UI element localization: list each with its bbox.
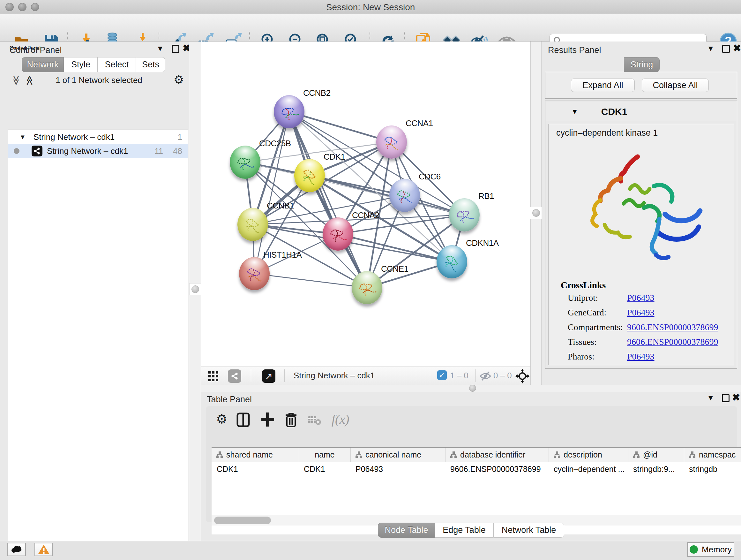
network-edge[interactable]	[289, 112, 392, 142]
network-node-CCNA2[interactable]	[323, 217, 353, 251]
network-node-RB1[interactable]	[449, 198, 480, 232]
column-header-id[interactable]: @id	[628, 448, 684, 462]
crosslink-tissues-link[interactable]: 9606.ENSP00000378699	[627, 337, 718, 347]
table-cell[interactable]: stringdb	[684, 462, 741, 476]
show-columns-icon[interactable]	[237, 413, 250, 428]
bottom-splitter[interactable]	[201, 385, 741, 392]
status-bar: Memory	[0, 541, 741, 560]
table-scrollbar-thumb[interactable]	[214, 516, 271, 524]
collapse-all-icon[interactable]: ≫	[11, 75, 22, 85]
column-header-name[interactable]: name	[299, 448, 350, 462]
grid-view-icon[interactable]	[207, 370, 219, 383]
network-node-CCNB1[interactable]	[238, 208, 268, 241]
tab-node-table[interactable]: Node Table	[378, 523, 435, 538]
tab-edge-table[interactable]: Edge Table	[435, 523, 493, 538]
node-label-CCNB1: CCNB1	[267, 201, 294, 211]
control-panel-float-icon[interactable]	[172, 45, 179, 53]
column-header-canonical-name[interactable]: canonical name	[350, 448, 445, 462]
collapse-all-button[interactable]: Collapse All	[642, 78, 709, 92]
table-cell[interactable]: P06493	[350, 462, 445, 476]
column-header-description[interactable]: description	[549, 448, 628, 462]
network-edge-count: 48	[173, 146, 182, 156]
tab-sets[interactable]: Sets	[136, 57, 165, 72]
right-splitter-handle[interactable]	[530, 207, 542, 219]
warning-icon	[37, 544, 50, 555]
current-network-dot-icon	[14, 148, 19, 154]
expand-all-button[interactable]: Expand All	[571, 78, 635, 92]
protein-thumbnail	[233, 151, 257, 174]
warnings-button[interactable]	[35, 543, 53, 556]
network-node-CDKN1A[interactable]	[436, 245, 467, 278]
table-cell[interactable]: 9606.ENSP00000378699	[445, 462, 549, 476]
table-panel-close-icon[interactable]: ✖	[732, 393, 740, 401]
tab-select[interactable]: Select	[98, 57, 136, 72]
table-cell[interactable]: cyclin–dependent ...	[549, 462, 628, 476]
network-node-CCNE1[interactable]	[352, 271, 382, 304]
table-panel-menu-icon[interactable]: ▼	[707, 393, 715, 402]
network-edge[interactable]	[289, 112, 367, 288]
node-label-CDC25B: CDC25B	[259, 138, 291, 148]
column-header-shared-name[interactable]: shared name	[212, 448, 299, 462]
pan-crosshair-icon[interactable]	[515, 369, 530, 385]
left-splitter-handle[interactable]	[189, 283, 201, 295]
titlebar: Session: New Session	[0, 0, 741, 14]
network-options-gear-icon[interactable]: ⚙	[174, 74, 184, 85]
control-panel-menu-icon[interactable]: ▼	[156, 44, 164, 53]
cloud-status-button[interactable]	[7, 543, 26, 556]
network-collection-row[interactable]: ▼ String Network – cdk1 1	[8, 130, 188, 144]
add-column-icon[interactable]	[261, 412, 275, 428]
tab-network[interactable]: Network	[22, 57, 64, 72]
function-builder-icon[interactable]: f(x)	[332, 412, 349, 427]
network-canvas[interactable]: CCNB2CCNA1CDC25BCDK1CDC6RB1CCNB1CCNA2CDK…	[201, 42, 530, 367]
crosslink-uniprot-link[interactable]: P06493	[627, 293, 655, 303]
delete-table-icon[interactable]	[307, 415, 321, 427]
results-panel-float-icon[interactable]	[722, 45, 730, 53]
network-node-CDC6[interactable]	[389, 179, 420, 212]
crosslink-genecard-link[interactable]: P06493	[627, 307, 655, 318]
protein-thumbnail	[355, 277, 379, 300]
main-toolbar: ?	[0, 14, 741, 42]
results-panel-close-icon[interactable]: ✖	[733, 44, 741, 52]
column-header-database-identifier[interactable]: database identifier	[445, 448, 549, 462]
network-node-HIST1H1A[interactable]	[239, 257, 270, 290]
table-cell[interactable]: CDK1	[299, 462, 350, 476]
tab-string[interactable]: String	[624, 57, 660, 72]
memory-button[interactable]: Memory	[687, 542, 734, 557]
table-options-gear-icon[interactable]: ⚙	[216, 413, 227, 425]
view-title: String Network – cdk1	[293, 371, 375, 381]
network-node-CCNA1[interactable]	[376, 125, 407, 159]
table-tabs: Node Table Edge Table Network Table	[378, 523, 564, 538]
string-view-icon[interactable]	[228, 369, 241, 383]
tab-style[interactable]: Style	[64, 57, 98, 72]
table-cell[interactable]: stringdb:9...	[628, 462, 684, 476]
crosslink-label: Pharos:	[568, 352, 595, 362]
network-edge[interactable]	[254, 273, 367, 288]
entry-collapse-icon[interactable]: ▼	[571, 108, 578, 116]
tree-expand-icon[interactable]: ▼	[19, 133, 26, 141]
expand-all-icon[interactable]: ≫	[23, 75, 35, 85]
right-splitter[interactable]	[530, 42, 542, 385]
hidden-eye-icon[interactable]	[479, 371, 491, 382]
results-panel-title: Results Panel	[548, 45, 601, 55]
node-label-CDC6: CDC6	[419, 172, 441, 182]
crosslink-pharos-link[interactable]: P06493	[627, 352, 655, 362]
column-type-icon	[216, 451, 223, 458]
crosslink-compartments-link[interactable]: 9606.ENSP00000378699	[627, 322, 718, 332]
delete-column-icon[interactable]	[284, 412, 298, 429]
network-node-CDC25B[interactable]	[230, 145, 260, 179]
network-node-CDK1[interactable]	[294, 159, 325, 192]
table-panel-float-icon[interactable]	[722, 394, 730, 402]
left-splitter[interactable]	[189, 42, 201, 541]
bottom-splitter-handle[interactable]	[469, 385, 476, 392]
network-edges	[201, 42, 530, 367]
network-node-CCNB2[interactable]	[274, 95, 305, 128]
network-selection-status: 1 of 1 Network selected	[38, 75, 159, 85]
selected-checkbox-icon[interactable]: ✓	[437, 370, 447, 380]
results-panel-menu-icon[interactable]: ▼	[707, 44, 715, 53]
birdseye-view-icon[interactable]: ↗	[262, 369, 275, 383]
network-row-selected[interactable]: String Network – cdk1 11 48	[8, 144, 188, 158]
table-cell[interactable]: CDK1	[212, 462, 299, 476]
tab-network-table[interactable]: Network Table	[493, 523, 564, 538]
column-header-namespace[interactable]: namespac	[684, 448, 741, 462]
results-entry-header[interactable]: ▼ CDK1	[546, 102, 736, 122]
